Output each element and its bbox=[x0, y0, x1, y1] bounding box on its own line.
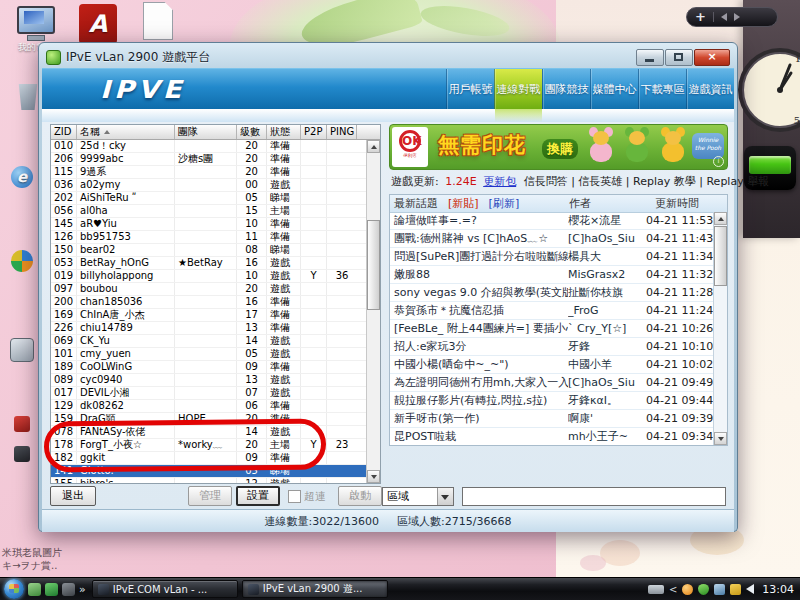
task-button[interactable]: IPvE vLan 2900 遊... bbox=[242, 580, 388, 598]
player-row[interactable]: 155 hihro's 12 遊戲 bbox=[51, 478, 367, 483]
nav-tab[interactable]: 連線對戰 bbox=[494, 69, 542, 109]
player-row[interactable]: 178 ForgT_小夜☆ *worky﹏ 20 主場 Y 23 bbox=[51, 439, 367, 452]
quick-launch-icon-1[interactable] bbox=[28, 583, 41, 596]
topic-row[interactable]: 嫩服88 MisGrasx2 04-21 11:32 bbox=[390, 266, 714, 284]
taskbar-clock[interactable]: 13:04 bbox=[762, 583, 794, 596]
nav-tab[interactable]: 媒體中心 bbox=[590, 69, 638, 109]
player-row[interactable]: 097 boubou 20 遊戲 bbox=[51, 283, 367, 296]
desktop-icon-games[interactable] bbox=[4, 338, 40, 362]
player-row[interactable]: 141 Giotto. 05 睇場 bbox=[51, 465, 367, 478]
nav-tab[interactable]: 用戶帳號 bbox=[446, 69, 494, 109]
player-row[interactable]: 145 aR♥Yiu 10 準備 bbox=[51, 218, 367, 231]
topic-row[interactable]: [FeeBLe_ 附上44團練片=] 要插小心身體(停止收生) ˋ Cry_Y[… bbox=[390, 320, 714, 338]
forum-scrollbar[interactable] bbox=[713, 212, 727, 445]
desktop-icon-document[interactable] bbox=[138, 2, 178, 40]
player-row[interactable]: 126 bb951753 11 準備 bbox=[51, 231, 367, 244]
topic-row[interactable]: 問過[SuPeR]團打過計分右啦啦斷線既入P.S 改左名做 楊具大 04-21 … bbox=[390, 248, 714, 266]
player-row[interactable]: 101 cmy_yuen 05 遊戲 bbox=[51, 348, 367, 361]
desktop-icon-media-player[interactable] bbox=[4, 250, 40, 272]
player-list-scrollbar[interactable] bbox=[366, 140, 380, 483]
refresh-link[interactable]: [刷新] bbox=[489, 195, 520, 212]
player-row[interactable]: 089 cyc0940 13 遊戲 bbox=[51, 374, 367, 387]
scrollbar-thumb[interactable] bbox=[714, 226, 727, 286]
player-row[interactable]: 053 BetRay_hOnG ★BetRay 16 遊戲 bbox=[51, 257, 367, 270]
update-links[interactable]: 信長問答 | 信長英雄 | Replay 教學 | Replay 舉報 bbox=[524, 175, 770, 188]
player-row[interactable]: 017 DEVIL小湘 07 遊戲 bbox=[51, 387, 367, 400]
topic-row[interactable]: 新手呀市(第一作) 啊康' 04-21 09:39 bbox=[390, 410, 714, 428]
player-row[interactable]: 182 ggkit 09 準備 bbox=[51, 452, 367, 465]
next-page-icon[interactable] bbox=[734, 13, 740, 21]
titlebar[interactable]: IPvE vLan 2900 遊戲平台 × bbox=[42, 46, 734, 68]
exit-button[interactable]: 退出 bbox=[50, 486, 96, 506]
desktop-icon-adobe-reader[interactable]: A bbox=[76, 4, 120, 44]
clock-gadget[interactable]: 1 2 3 4 5 bbox=[734, 44, 800, 136]
antivirus-tray-icon[interactable] bbox=[698, 584, 709, 595]
add-gadget-button[interactable]: + bbox=[695, 9, 706, 25]
scroll-up-icon[interactable] bbox=[714, 212, 727, 225]
player-row[interactable]: 200 chan185036 16 準備 bbox=[51, 296, 367, 309]
tray-expand-icon[interactable]: < bbox=[669, 584, 677, 595]
quick-launch-icon-2[interactable] bbox=[45, 583, 58, 596]
column-header-name[interactable]: 名稱 bbox=[77, 125, 175, 139]
player-row[interactable]: 078 FANtASy-依佬 14 遊戲 bbox=[51, 426, 367, 439]
chat-input[interactable] bbox=[462, 487, 726, 506]
topic-row[interactable]: 論壇做咩事=.=? 櫻花×流星 04-21 11:53 bbox=[390, 212, 714, 230]
scroll-down-icon[interactable] bbox=[714, 432, 727, 445]
player-row[interactable]: 056 al0ha 15 主場 bbox=[51, 205, 367, 218]
player-row[interactable]: 129 dk08262 06 準備 bbox=[51, 400, 367, 413]
topic-row[interactable]: 招人:e家玩3分 牙鋒 04-21 10:10 bbox=[390, 338, 714, 356]
column-header-zid[interactable]: ZID bbox=[51, 125, 77, 139]
security-tray-icon[interactable] bbox=[730, 584, 741, 595]
player-row[interactable]: 036 a02ymy 00 遊戲 bbox=[51, 179, 367, 192]
player-row[interactable]: 115 9過系 20 準備 bbox=[51, 166, 367, 179]
column-header-p2p[interactable]: P2P bbox=[301, 125, 327, 139]
nav-tab[interactable]: 團隊競技 bbox=[542, 69, 590, 109]
player-row[interactable]: 206 9999abc 沙糖s團 20 準備 bbox=[51, 153, 367, 166]
player-row[interactable]: 202 AiShiTeRu ʺ 05 睇場 bbox=[51, 192, 367, 205]
scrollbar-thumb[interactable] bbox=[367, 220, 380, 310]
player-row[interactable]: 189 CoOLWinG 09 準備 bbox=[51, 361, 367, 374]
region-dropdown[interactable]: 區域 bbox=[382, 487, 454, 506]
minimize-button[interactable] bbox=[636, 49, 664, 66]
new-post-link[interactable]: [新貼] bbox=[448, 195, 479, 212]
nav-tab[interactable]: 遊戲資訊 bbox=[686, 69, 734, 109]
start-button[interactable] bbox=[4, 579, 24, 599]
quick-launch-icon-3[interactable] bbox=[62, 583, 75, 596]
desktop-icon-app1[interactable] bbox=[4, 416, 40, 432]
topic-row[interactable]: 昆POST啦栽 mh小王子~ 04-21 09:34 bbox=[390, 428, 714, 445]
player-row[interactable]: 010 25d！cky 20 準備 bbox=[51, 140, 367, 153]
ad-banner[interactable]: OK 便利店 無需印花 換購 Winnie the Pooh i bbox=[389, 124, 728, 170]
topic-row[interactable]: 中國小楊(晒命中~_~") 中國小羊 04-21 10:02 bbox=[390, 356, 714, 374]
topic-row[interactable]: 團戰:德州賭神 vs [C]hAoS﹏☆ [C]haOs_Siu 04-21 1… bbox=[390, 230, 714, 248]
task-button[interactable]: IPvE.COM vLan - ... bbox=[92, 580, 238, 598]
player-row[interactable]: 169 ChInA唐_小杰 17 準備 bbox=[51, 309, 367, 322]
maximize-button[interactable] bbox=[665, 49, 693, 66]
desktop-icon-app2[interactable] bbox=[4, 446, 40, 462]
update-tray-icon[interactable] bbox=[682, 584, 693, 595]
player-row[interactable]: 150 bear02 08 睇場 bbox=[51, 244, 367, 257]
scroll-down-icon[interactable] bbox=[367, 470, 380, 483]
column-header-level[interactable]: 級數 bbox=[237, 125, 267, 139]
player-row[interactable]: 019 billyholappong 10 遊戲 Y 36 bbox=[51, 270, 367, 283]
player-row[interactable]: 069 CK_Yu 14 遊戲 bbox=[51, 335, 367, 348]
column-header-status[interactable]: 狀態 bbox=[267, 125, 301, 139]
topic-row[interactable]: 靚拉服仔影片(有轉拉,閃拉,s拉) 牙鋒καI。 04-21 09:44 bbox=[390, 392, 714, 410]
column-header-team[interactable]: 團隊 bbox=[175, 125, 237, 139]
keyboard-icon[interactable] bbox=[648, 585, 664, 594]
network-tray-icon[interactable] bbox=[714, 584, 725, 595]
nav-tab[interactable]: 下載專區 bbox=[638, 69, 686, 109]
desktop-icon-internet-explorer[interactable]: e bbox=[4, 166, 40, 188]
topic-row[interactable]: 恭賀孫市＊抗魔信忍插 _FroG 04-21 11:24 bbox=[390, 302, 714, 320]
settings-button[interactable]: 設置 bbox=[236, 486, 280, 506]
player-row[interactable]: 226 chiu14789 13 準備 bbox=[51, 322, 367, 335]
volume-icon[interactable] bbox=[746, 584, 754, 594]
scroll-up-icon[interactable] bbox=[367, 140, 380, 153]
prev-page-icon[interactable] bbox=[721, 13, 727, 21]
column-header-ping[interactable]: PING bbox=[327, 125, 357, 139]
close-button[interactable]: × bbox=[694, 49, 730, 66]
topic-row[interactable]: 為左證明同德州冇用mh,大家入一入 [C]haOs_Siu 04-21 09:4… bbox=[390, 374, 714, 392]
update-pack-link[interactable]: 更新包 bbox=[483, 175, 516, 188]
topic-row[interactable]: sony vegas 9.0 介紹與教學(英文版)含中文化感謝roy 扯斷你枝旗… bbox=[390, 284, 714, 302]
quick-launch-overflow-icon[interactable]: » bbox=[79, 583, 86, 596]
player-row[interactable]: 159 DraG顥 HOPE 20 準備 bbox=[51, 413, 367, 426]
